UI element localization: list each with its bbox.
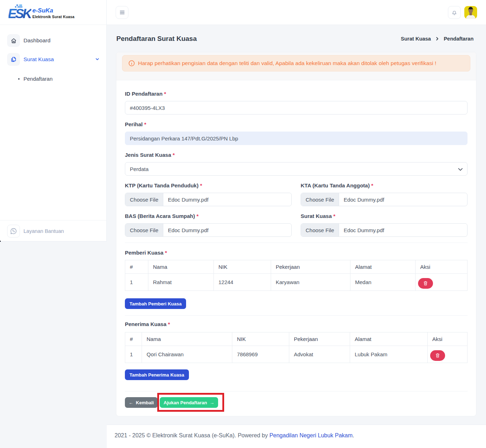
svg-text:ESK: ESK — [9, 6, 31, 21]
